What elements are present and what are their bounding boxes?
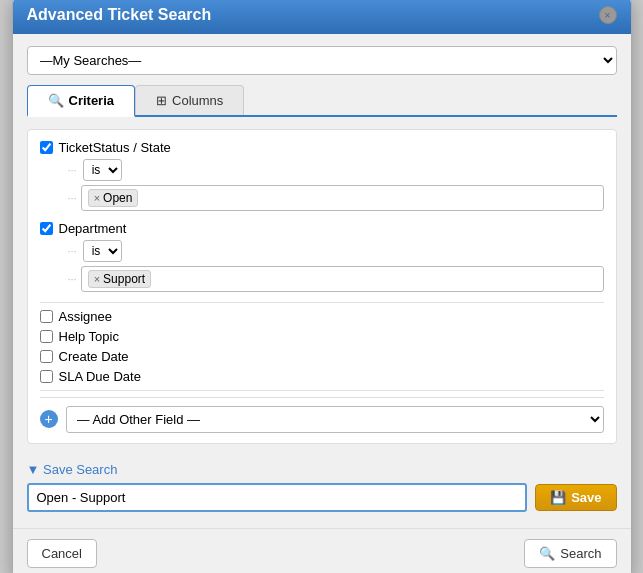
- dialog-body: —My Searches— 🔍 Criteria ⊞ Columns Ticke…: [13, 34, 631, 528]
- dialog-footer: Cancel 🔍 Search: [13, 528, 631, 574]
- search-footer-icon: 🔍: [539, 546, 555, 561]
- advanced-ticket-search-dialog: Advanced Ticket Search × —My Searches— 🔍…: [12, 0, 632, 573]
- unchecked-fields: Assignee Help Topic Create Date SLA Due …: [40, 309, 604, 384]
- department-row: Department ··· is ··· × S: [40, 221, 604, 292]
- search-button[interactable]: 🔍 Search: [524, 539, 616, 568]
- department-tag-input[interactable]: × Support: [81, 266, 604, 292]
- other-field-select[interactable]: — Add Other Field —: [66, 406, 604, 433]
- close-button[interactable]: ×: [599, 6, 617, 24]
- dialog-header: Advanced Ticket Search ×: [13, 0, 631, 34]
- save-button[interactable]: 💾 Save: [535, 484, 616, 511]
- tag-support: × Support: [88, 270, 151, 288]
- department-indent: ··· is ··· × Support: [68, 240, 604, 292]
- tag-support-remove[interactable]: ×: [94, 273, 100, 285]
- save-search-row: 💾 Save: [27, 483, 617, 512]
- help-topic-checkbox[interactable]: [40, 330, 53, 343]
- tab-criteria[interactable]: 🔍 Criteria: [27, 85, 136, 117]
- sla-due-date-row: SLA Due Date: [40, 369, 604, 384]
- ticket-status-tag-input[interactable]: × Open: [81, 185, 604, 211]
- columns-icon: ⊞: [156, 93, 167, 108]
- department-label: Department: [40, 221, 604, 236]
- my-searches-select[interactable]: —My Searches—: [27, 46, 617, 75]
- save-search-toggle[interactable]: ▼ Save Search: [27, 462, 617, 477]
- save-name-input[interactable]: [27, 483, 528, 512]
- ticket-status-row: TicketStatus / State ··· is ··· ×: [40, 140, 604, 211]
- dots-icon-3: ···: [68, 245, 77, 257]
- department-condition-select[interactable]: is: [83, 240, 122, 262]
- tabs-container: 🔍 Criteria ⊞ Columns: [27, 85, 617, 117]
- ticket-status-label: TicketStatus / State: [40, 140, 604, 155]
- department-checkbox[interactable]: [40, 222, 53, 235]
- add-field-icon[interactable]: +: [40, 410, 58, 428]
- create-date-row: Create Date: [40, 349, 604, 364]
- ticket-status-condition-select[interactable]: is: [83, 159, 122, 181]
- tag-open-remove[interactable]: ×: [94, 192, 100, 204]
- criteria-icon: 🔍: [48, 93, 64, 108]
- divider-1: [40, 302, 604, 303]
- divider-2: [40, 390, 604, 391]
- help-topic-row: Help Topic: [40, 329, 604, 344]
- assignee-checkbox[interactable]: [40, 310, 53, 323]
- ticket-status-indent: ··· is ··· × Open: [68, 159, 604, 211]
- cancel-button[interactable]: Cancel: [27, 539, 97, 568]
- save-floppy-icon: 💾: [550, 490, 566, 505]
- ticket-status-checkbox[interactable]: [40, 141, 53, 154]
- dots-icon-2: ···: [68, 192, 77, 204]
- tab-columns[interactable]: ⊞ Columns: [135, 85, 244, 115]
- assignee-row: Assignee: [40, 309, 604, 324]
- other-fields-row: + — Add Other Field —: [40, 397, 604, 433]
- criteria-section: TicketStatus / State ··· is ··· ×: [27, 129, 617, 444]
- dots-icon-1: ···: [68, 164, 77, 176]
- department-condition: ··· is: [68, 240, 604, 262]
- create-date-checkbox[interactable]: [40, 350, 53, 363]
- save-search-section: ▼ Save Search 💾 Save: [27, 454, 617, 516]
- ticket-status-condition: ··· is: [68, 159, 604, 181]
- tag-open: × Open: [88, 189, 139, 207]
- dialog-title: Advanced Ticket Search: [27, 6, 212, 24]
- sla-due-date-checkbox[interactable]: [40, 370, 53, 383]
- dots-icon-4: ···: [68, 273, 77, 285]
